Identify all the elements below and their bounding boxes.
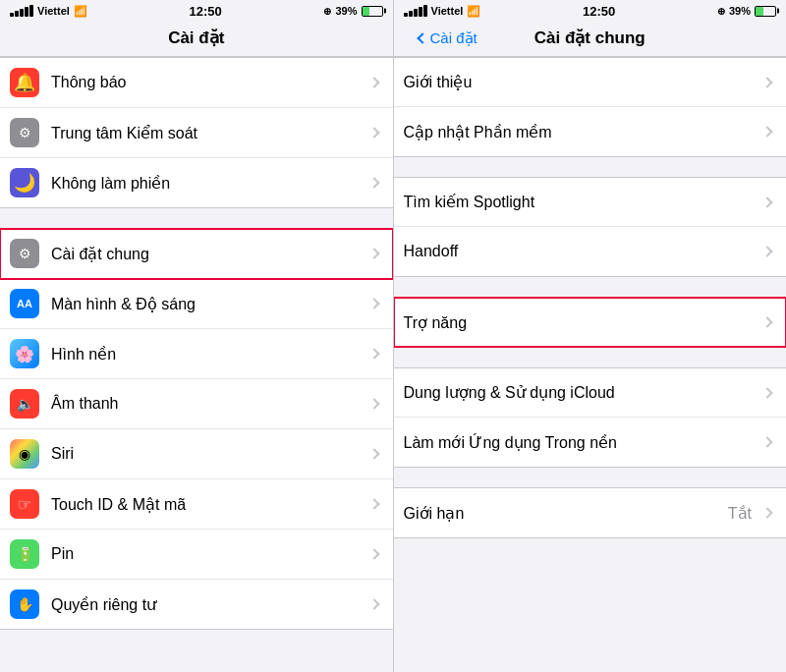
notifications-label: Thông báo: [51, 74, 365, 91]
display-icon: AA: [10, 289, 39, 318]
chevron-icon: [761, 196, 772, 207]
time-left: 12:50: [190, 4, 222, 19]
sidebar-item-privacy[interactable]: ✋ Quyền riêng tư: [0, 580, 393, 629]
left-group-2: ⚙ Cài đặt chung AA Màn hình & Độ sáng 🌸 …: [0, 228, 393, 630]
chevron-icon: [761, 246, 772, 256]
chevron-icon: [368, 398, 379, 409]
sidebar-item-wallpaper[interactable]: 🌸 Hình nền: [0, 329, 393, 379]
battery-item-icon: 🔋: [10, 539, 39, 569]
carrier-right: Viettel: [431, 5, 464, 17]
battery-pct-left: 39%: [335, 5, 357, 17]
left-panel: Viettel 📶 12:50 ⊕ 39% Cài đặt 🔔 Thông bá…: [0, 0, 393, 672]
sidebar-item-battery[interactable]: 🔋 Pin: [0, 530, 393, 580]
signal-icon-right: [404, 5, 427, 17]
right-panel: Viettel 📶 12:50 ⊕ 39% Cài đặt Cài đặt ch…: [394, 0, 787, 672]
chevron-icon: [368, 77, 379, 87]
battery-label: Pin: [51, 545, 365, 563]
right-group-4: Dung lượng & Sử dụng iCloud Làm mới Ứng …: [394, 367, 787, 468]
chevron-icon: [761, 126, 772, 137]
dnd-label: Không làm phiền: [51, 174, 365, 193]
back-label: Cài đặt: [430, 29, 477, 47]
privacy-label: Quyền riêng tư: [51, 595, 365, 614]
right-nav-bar: Cài đặt Cài đặt chung: [394, 22, 787, 57]
left-nav-bar: Cài đặt: [0, 22, 393, 57]
right-status-bar: Viettel 📶 12:50 ⊕ 39%: [394, 0, 787, 22]
right-nav-relative: Cài đặt Cài đặt chung: [409, 28, 772, 48]
left-status-bar: Viettel 📶 12:50 ⊕ 39%: [0, 0, 393, 22]
siri-label: Siri: [51, 445, 365, 463]
right-item-about[interactable]: Giới thiệu: [394, 58, 787, 107]
chevron-icon: [368, 548, 379, 559]
battery-icon-left: [362, 6, 383, 17]
chevron-icon: [368, 248, 379, 258]
wallpaper-label: Hình nền: [51, 345, 365, 364]
sounds-label: Âm thanh: [51, 395, 365, 413]
right-group-5: Giới hạn Tắt: [394, 487, 787, 538]
icloud-label: Dung lượng & Sử dụng iCloud: [404, 383, 758, 402]
sidebar-item-touchid[interactable]: ☞ Touch ID & Mật mã: [0, 479, 393, 530]
right-item-handoff[interactable]: Tìm kiếm Spotlight Handoff: [394, 227, 787, 276]
left-status-left: Viettel 📶: [10, 5, 87, 18]
right-nav-title: Cài đặt chung: [534, 28, 646, 48]
right-item-accessibility[interactable]: Trợ năng: [394, 298, 787, 347]
sidebar-item-general[interactable]: ⚙ Cài đặt chung: [0, 229, 393, 279]
wallpaper-icon: 🌸: [10, 339, 39, 368]
chevron-icon: [761, 436, 772, 447]
about-label: Giới thiệu: [404, 73, 758, 91]
sidebar-item-sounds[interactable]: 🔈 Âm thanh: [0, 379, 393, 429]
siri-icon: ◉: [10, 439, 39, 469]
sidebar-item-siri[interactable]: ◉ Siri: [0, 429, 393, 479]
right-status-right: ⊕ 39%: [717, 5, 776, 17]
chevron-icon: [761, 77, 772, 87]
sounds-icon: 🔈: [10, 389, 39, 419]
accessibility-label: Trợ năng: [404, 313, 758, 332]
chevron-icon: [368, 127, 379, 138]
right-settings-list[interactable]: Giới thiệu Cập nhật Phần mềm Tìm kiếm Sp…: [394, 57, 787, 672]
right-item-software-update[interactable]: Cập nhật Phần mềm: [394, 107, 787, 156]
battery-icon-right: [755, 6, 776, 17]
control-center-icon: ⚙: [10, 118, 39, 147]
wifi-icon: 📶: [74, 5, 87, 18]
sidebar-item-display[interactable]: AA Màn hình & Độ sáng: [0, 279, 393, 329]
software-update-label: Cập nhật Phần mềm: [404, 123, 758, 141]
wifi-icon-right: 📶: [467, 5, 480, 18]
battery-fill-left: [363, 7, 370, 16]
general-icon: ⚙: [10, 239, 39, 268]
chevron-icon: [368, 598, 379, 609]
left-nav-title: Cài đặt: [15, 28, 378, 48]
right-item-icloud[interactable]: Dung lượng & Sử dụng iCloud: [394, 368, 787, 418]
back-button[interactable]: Cài đặt: [419, 29, 477, 47]
chevron-icon: [368, 448, 379, 459]
general-label: Cài đặt chung: [51, 245, 365, 263]
right-status-left: Viettel 📶: [404, 5, 481, 18]
spotlight-label: Tìm kiếm Spotlight: [404, 193, 758, 211]
left-status-right: ⊕ 39%: [323, 5, 382, 17]
touchid-icon: ☞: [10, 489, 39, 519]
sidebar-item-notifications[interactable]: 🔔 Thông báo: [0, 58, 393, 108]
chevron-icon: [761, 507, 772, 518]
chevron-icon: [368, 498, 379, 509]
control-center-label: Trung tâm Kiểm soát: [51, 124, 365, 142]
sidebar-item-dnd[interactable]: 🌙 Không làm phiền: [0, 158, 393, 207]
right-group-3: Trợ năng: [394, 297, 787, 348]
left-settings-list[interactable]: 🔔 Thông báo ⚙ Trung tâm Kiểm soát 🌙 Khôn…: [0, 57, 393, 672]
signal-icon: [10, 5, 33, 17]
chevron-icon: [761, 316, 772, 327]
notifications-icon: 🔔: [10, 68, 39, 97]
right-item-restrictions[interactable]: Giới hạn Tắt: [394, 488, 787, 537]
sidebar-item-control-center[interactable]: ⚙ Trung tâm Kiểm soát: [0, 108, 393, 158]
chevron-icon: [368, 298, 379, 308]
right-group-2: Tìm kiếm Spotlight Tìm kiếm Spotlight Ha…: [394, 177, 787, 277]
carrier-left: Viettel: [37, 5, 70, 17]
dnd-icon: 🌙: [10, 168, 39, 197]
bg-refresh-label: Làm mới Ứng dụng Trong nền: [404, 433, 758, 452]
right-item-spotlight[interactable]: Tìm kiếm Spotlight: [394, 178, 787, 227]
left-group-1: 🔔 Thông báo ⚙ Trung tâm Kiểm soát 🌙 Khôn…: [0, 57, 393, 208]
right-item-bg-refresh[interactable]: Làm mới Ứng dụng Trong nền: [394, 418, 787, 467]
restrictions-value: Tắt: [728, 504, 752, 523]
display-label: Màn hình & Độ sáng: [51, 295, 365, 313]
right-group-1: Giới thiệu Cập nhật Phần mềm: [394, 57, 787, 157]
chevron-icon: [368, 177, 379, 188]
chevron-icon: [368, 348, 379, 359]
touchid-label: Touch ID & Mật mã: [51, 495, 365, 514]
